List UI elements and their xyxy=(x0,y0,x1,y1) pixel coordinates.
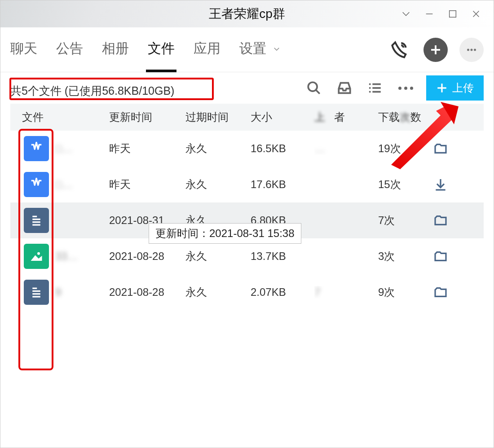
file-name: □… xyxy=(55,178,73,191)
cell-downloads: 3次 xyxy=(378,249,431,264)
cell-owner xyxy=(314,177,378,192)
summary-row: 共5个文件 (已使用56.8KB/10GB) 上传 xyxy=(0,72,494,104)
cell-downloads: 9次 xyxy=(378,285,431,299)
cell-downloads: 19次 xyxy=(378,141,431,156)
cell-owner xyxy=(314,213,378,228)
col-update-header[interactable]: 更新时间 xyxy=(109,110,185,124)
col-size-header[interactable]: 大小 xyxy=(251,110,314,124)
upload-button[interactable]: 上传 xyxy=(426,75,484,101)
cell-expire: 永久 xyxy=(185,177,251,192)
svg-line-10 xyxy=(316,90,320,94)
maximize-button[interactable] xyxy=(447,8,459,20)
window-controls xyxy=(400,0,490,27)
open-folder-button[interactable] xyxy=(431,283,450,302)
cell-update: 2021-08-28 xyxy=(109,286,185,299)
cell-size: 16.5KB xyxy=(251,142,314,155)
cell-update: 昨天 xyxy=(109,177,185,192)
open-folder-button[interactable] xyxy=(431,247,450,266)
more-button[interactable] xyxy=(459,38,484,62)
tab-files[interactable]: 文件 xyxy=(148,40,175,60)
svg-point-7 xyxy=(471,48,473,51)
cell-owner: … xyxy=(314,142,378,155)
tab-chat[interactable]: 聊天 xyxy=(10,40,37,60)
file-type-icon xyxy=(24,280,49,305)
close-button[interactable] xyxy=(470,8,482,20)
cell-size: 2.07KB xyxy=(251,286,314,299)
cell-expire: 永久 xyxy=(185,285,251,299)
svg-marker-26 xyxy=(31,255,42,261)
tab-settings-label: 设置 xyxy=(239,41,266,56)
search-icon[interactable] xyxy=(304,78,324,98)
table-row[interactable]: 92021-08-28永久2.07KB79次 xyxy=(10,274,484,310)
list-view-icon[interactable] xyxy=(365,78,385,98)
minimize-button[interactable] xyxy=(423,8,435,20)
more-options-icon[interactable] xyxy=(396,78,415,98)
file-type-icon xyxy=(24,172,49,197)
cell-downloads: 15次 xyxy=(378,177,431,192)
svg-rect-1 xyxy=(450,11,456,18)
svg-point-25 xyxy=(37,252,40,255)
file-name: 33… xyxy=(55,250,78,263)
table-row[interactable]: □…昨天永久16.5KB…19次 xyxy=(10,131,484,167)
svg-point-6 xyxy=(467,48,469,51)
file-type-icon xyxy=(24,208,49,233)
upload-button-label: 上传 xyxy=(452,81,474,95)
tooltip-update-time: 更新时间：2021-08-31 15:38 xyxy=(149,223,301,244)
dropdown-button[interactable] xyxy=(400,8,412,20)
storage-summary: 共5个文件 (已使用56.8KB/10GB) xyxy=(10,83,174,98)
tab-apps[interactable]: 应用 xyxy=(194,40,221,60)
tab-album[interactable]: 相册 xyxy=(102,40,129,60)
col-file-header[interactable]: 文件 xyxy=(10,110,109,124)
col-owner-header[interactable]: 上 者 xyxy=(314,110,378,124)
window-title: 王者荣耀cp群 xyxy=(209,5,285,22)
file-type-icon xyxy=(24,136,49,161)
cell-size: 13.7KB xyxy=(251,250,314,263)
file-type-icon xyxy=(24,244,49,269)
svg-point-15 xyxy=(369,87,371,89)
col-expire-header[interactable]: 过期时间 xyxy=(185,110,251,124)
cell-expire: 永久 xyxy=(185,249,251,264)
cell-owner xyxy=(314,249,378,264)
svg-point-16 xyxy=(369,91,371,93)
file-table: 文件 更新时间 过期时间 大小 上 者 下载次数 □…昨天永久16.5KB…19… xyxy=(0,104,494,310)
cell-downloads: 7次 xyxy=(378,213,431,228)
call-button[interactable] xyxy=(388,38,412,62)
open-folder-button[interactable] xyxy=(431,139,450,158)
tab-settings[interactable]: 设置 xyxy=(239,40,281,60)
tab-strip: 聊天 公告 相册 文件 应用 设置 xyxy=(0,27,494,72)
table-header: 文件 更新时间 过期时间 大小 上 者 下载次数 xyxy=(10,104,484,131)
svg-point-14 xyxy=(369,83,371,85)
open-folder-button[interactable] xyxy=(431,211,450,230)
tab-announce[interactable]: 公告 xyxy=(56,40,83,60)
cell-owner: 7 xyxy=(314,286,378,299)
cell-update: 昨天 xyxy=(109,141,185,156)
file-name: 9 xyxy=(55,286,61,299)
cell-update: 2021-08-28 xyxy=(109,250,185,263)
file-name: □… xyxy=(55,142,73,155)
col-downloads-header[interactable]: 下载次数 xyxy=(378,110,431,124)
cell-expire: 永久 xyxy=(185,141,251,156)
download-button[interactable] xyxy=(431,175,450,194)
svg-point-8 xyxy=(474,48,476,51)
svg-point-9 xyxy=(308,82,317,91)
inbox-icon[interactable] xyxy=(335,78,354,98)
table-row[interactable]: □…昨天永久17.6KB 15次 xyxy=(10,167,484,202)
add-button[interactable] xyxy=(423,38,448,62)
cell-size: 17.6KB xyxy=(251,178,314,191)
title-bar: 王者荣耀cp群 xyxy=(0,0,494,27)
table-row[interactable]: 33…2021-08-28永久13.7KB 3次 xyxy=(10,238,484,274)
chevron-down-icon xyxy=(273,41,281,56)
